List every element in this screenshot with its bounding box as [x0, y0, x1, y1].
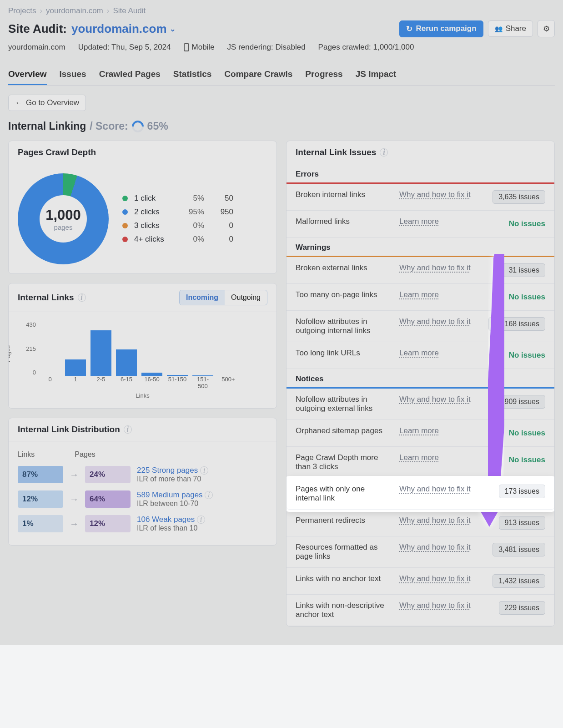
legend-count: 950 — [211, 207, 233, 217]
chevron-right-icon: › — [40, 6, 42, 15]
no-issues-label: No issues — [509, 426, 545, 440]
mobile-icon — [184, 43, 189, 51]
card-title: Internal Link Distribution — [18, 425, 120, 435]
info-icon[interactable]: i — [124, 425, 132, 434]
issue-row: Orphaned sitemap pages Learn more No iss… — [287, 420, 554, 447]
issue-row: Page Crawl Depth more than 3 clicks Lear… — [287, 447, 554, 478]
go-to-overview-button[interactable]: ← Go to Overview — [8, 95, 86, 111]
breadcrumb: Projects › yourdomain.com › Site Audit — [8, 6, 555, 15]
breadcrumb-item[interactable]: Projects — [8, 6, 36, 15]
issue-help-link[interactable]: Why and how to fix it — [399, 485, 491, 494]
card-title: Internal Link Issues — [296, 147, 376, 157]
issue-help-link[interactable]: Why and how to fix it — [399, 190, 484, 199]
settings-button[interactable]: ⚙ — [538, 20, 555, 37]
tab-issues[interactable]: Issues — [60, 65, 86, 85]
issue-row: Nofollow attributes in outgoing external… — [287, 389, 554, 420]
distribution-link[interactable]: 106 Weak pages — [137, 515, 195, 524]
issue-count-badge[interactable]: 913 issues — [499, 516, 546, 530]
issue-name: Too many on-page links — [296, 290, 391, 299]
issue-help-link[interactable]: Why and how to fix it — [399, 317, 480, 326]
card-title: Pages Crawl Depth — [18, 147, 96, 157]
links-pill: 12% — [18, 490, 63, 508]
info-icon[interactable]: i — [205, 491, 213, 499]
rerun-campaign-button[interactable]: ↻ Rerun campaign — [399, 20, 483, 37]
issue-row: Malformed links Learn more No issues — [287, 211, 554, 238]
tab-js-impact[interactable]: JS Impact — [356, 65, 397, 85]
share-button[interactable]: 👥 Share — [488, 20, 533, 37]
y-tick: 0 — [18, 369, 36, 376]
issue-name: Nofollow attributes in outgoing internal… — [296, 317, 391, 335]
domain-dropdown[interactable]: yourdomain.com ⌄ — [71, 22, 175, 36]
distribution-sub: ILR of less than 10 — [137, 524, 267, 532]
info-icon[interactable]: i — [78, 293, 86, 302]
section-title: Internal Linking — [8, 120, 86, 132]
info-icon[interactable]: i — [200, 466, 208, 475]
issue-help-link[interactable]: Learn more — [399, 290, 501, 299]
bar[interactable] — [192, 375, 213, 376]
issue-help-link[interactable]: Why and how to fix it — [399, 601, 491, 610]
issue-help-link[interactable]: Learn more — [399, 349, 501, 358]
issue-help-link[interactable]: Learn more — [399, 217, 501, 226]
issue-count-badge[interactable]: 31 issues — [503, 263, 545, 277]
issue-help-link[interactable]: Learn more — [399, 453, 501, 462]
issue-help-link[interactable]: Why and how to fix it — [399, 574, 484, 583]
toggle-incoming[interactable]: Incoming — [180, 290, 225, 305]
legend-row: 4+ clicks 0% 0 — [122, 233, 233, 246]
meta-js: JS rendering: Disabled — [227, 43, 306, 52]
issue-count-badge[interactable]: 11,909 issues — [488, 395, 545, 409]
bar[interactable] — [116, 349, 137, 376]
issue-name: Resources formatted as page links — [296, 543, 391, 561]
issue-row: Links with no anchor text Why and how to… — [287, 568, 554, 595]
chevron-down-icon: ⌄ — [170, 25, 176, 33]
legend-label: 1 click — [134, 194, 175, 203]
breadcrumb-item[interactable]: yourdomain.com — [46, 6, 103, 15]
tab-compare-crawls[interactable]: Compare Crawls — [224, 65, 292, 85]
issue-count-badge[interactable]: 3,635 issues — [493, 190, 545, 204]
chevron-right-icon: › — [107, 6, 110, 15]
issue-count-badge[interactable]: 173 issues — [499, 485, 546, 498]
links-pill: 1% — [18, 515, 63, 532]
tab-crawled-pages[interactable]: Crawled Pages — [99, 65, 161, 85]
issue-help-link[interactable]: Why and how to fix it — [399, 263, 494, 273]
x-tick: 1 — [65, 376, 86, 389]
tab-overview[interactable]: Overview — [8, 65, 47, 85]
refresh-icon: ↻ — [406, 24, 412, 34]
bar[interactable] — [65, 359, 86, 376]
tabs: OverviewIssuesCrawled PagesStatisticsCom… — [8, 65, 555, 86]
bar[interactable] — [141, 373, 162, 376]
tab-progress[interactable]: Progress — [305, 65, 342, 85]
distribution-link[interactable]: 589 Medium pages — [137, 490, 203, 499]
legend-label: 4+ clicks — [134, 235, 175, 244]
toggle-outgoing[interactable]: Outgoing — [225, 290, 267, 305]
issue-help-link[interactable]: Why and how to fix it — [399, 543, 484, 552]
bar[interactable] — [167, 375, 188, 376]
distribution-link[interactable]: 225 Strong pages — [137, 466, 198, 475]
person-add-icon: 👥 — [495, 25, 503, 32]
issue-count-badge[interactable]: 3,481 issues — [493, 543, 545, 556]
info-icon[interactable]: i — [380, 148, 388, 157]
issue-count-badge[interactable]: 1,432 issues — [493, 574, 545, 588]
arrow-right-icon: → — [70, 494, 79, 505]
issue-name: Links with no anchor text — [296, 574, 391, 583]
pages-crawl-depth-card: Pages Crawl Depth 1,000 pages 1 click 5%… — [8, 141, 277, 274]
bar[interactable] — [90, 330, 111, 376]
issue-count-badge[interactable]: 229 issues — [499, 601, 546, 615]
tab-statistics[interactable]: Statistics — [173, 65, 211, 85]
issue-help-link[interactable]: Why and how to fix it — [399, 395, 480, 404]
issue-category-header: Warnings — [287, 238, 554, 256]
no-issues-label: No issues — [509, 290, 545, 304]
issue-count-badge[interactable]: 26,168 issues — [488, 317, 545, 331]
links-pill: 87% — [18, 466, 63, 483]
info-icon[interactable]: i — [197, 516, 205, 524]
score-label: / Score: — [90, 120, 128, 132]
internal-links-bars: 4302150 — [18, 321, 267, 376]
legend-count: 0 — [211, 221, 233, 230]
legend-percent: 0% — [181, 235, 204, 244]
legend-dot-icon — [122, 237, 128, 242]
breadcrumb-item[interactable]: Site Audit — [113, 6, 146, 15]
issue-help-link[interactable]: Why and how to fix it — [399, 516, 491, 525]
issue-help-link[interactable]: Learn more — [399, 426, 501, 435]
incoming-outgoing-toggle[interactable]: Incoming Outgoing — [179, 290, 267, 305]
internal-link-distribution-card: Internal Link Distribution i Links Pages… — [8, 418, 277, 546]
donut-total: 1,000 — [45, 207, 81, 223]
